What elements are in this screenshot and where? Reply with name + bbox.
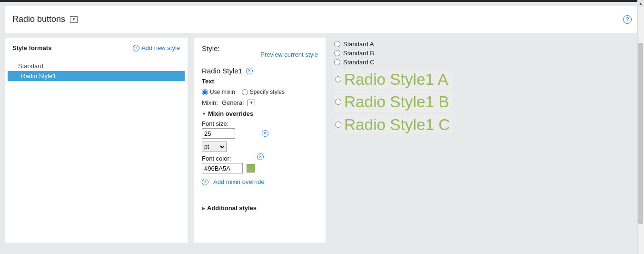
style-formats-title: Style formats [12, 44, 51, 51]
style-editor-panel: Style: Preview current style Radio Style… [194, 38, 326, 243]
additional-styles-toggle[interactable]: ▶ Additional styles [202, 204, 318, 212]
plus-icon: + [202, 179, 208, 185]
style-name: Radio Style1 [202, 67, 242, 75]
text-section-label: Text [202, 78, 318, 85]
scroll-up-icon[interactable]: ▲ [637, 0, 644, 7]
plus-icon: + [133, 45, 139, 51]
style-editor-header: Style: Preview current style [202, 44, 318, 58]
radio-label: Radio Style1 A [344, 71, 448, 87]
style-formats-header: Style formats + Add new style [5, 44, 188, 58]
preview-standard-b[interactable]: Standard B [334, 49, 639, 58]
radio-label: Standard B [343, 50, 374, 57]
delete-style-icon[interactable]: ✕ [246, 68, 253, 74]
radio-label: Standard C [343, 59, 375, 66]
standard-radio-group: Standard A Standard B Standard C [334, 40, 639, 67]
preview-styled-a[interactable]: Radio Style1 A [334, 70, 453, 89]
chevron-down-icon: ▼ [202, 112, 206, 116]
style-formats-panel: Style formats + Add new style Standard R… [5, 38, 188, 243]
preview-standard-a[interactable]: Standard A [334, 40, 639, 49]
additional-styles-label: Additional styles [207, 204, 257, 212]
remove-font-color-icon[interactable]: ✕ [257, 153, 264, 160]
mixin-dropdown-icon[interactable]: ▼ [248, 100, 255, 106]
window-topbar [0, 0, 644, 2]
style-item-standard[interactable]: Standard [5, 61, 188, 71]
add-mixin-override-label: Add mixin override [213, 178, 265, 185]
mixin-overrides-label: Mixin overrides [208, 110, 253, 117]
specify-styles-radio[interactable]: Specify styles [242, 89, 285, 95]
use-mixin-radio-input[interactable] [202, 89, 208, 95]
style-item-radio-style1[interactable]: Radio Style1 [8, 71, 185, 81]
use-mixin-radio[interactable]: Use mixin [202, 89, 235, 95]
text-mode-radios: Use mixin Specify styles [202, 89, 318, 95]
font-unit-select[interactable]: pt [202, 142, 227, 152]
font-color-row [202, 163, 318, 173]
specify-styles-label: Specify styles [250, 89, 285, 95]
radio-label: Standard A [343, 41, 374, 48]
preview-current-style-link[interactable]: Preview current style [260, 51, 318, 58]
scrollbar[interactable]: ▲ [637, 0, 644, 254]
help-icon[interactable]: ? [623, 15, 632, 24]
radio-input[interactable] [335, 76, 341, 82]
font-size-label: Font size: [202, 120, 318, 127]
specify-styles-radio-input[interactable] [242, 89, 248, 95]
font-size-input[interactable] [202, 128, 235, 139]
font-unit-row: pt [202, 142, 318, 152]
radio-input[interactable] [334, 41, 340, 47]
mixin-label: Mixin: [202, 99, 218, 106]
color-swatch[interactable] [247, 164, 255, 173]
preview-standard-c[interactable]: Standard C [334, 58, 639, 67]
radio-input[interactable] [334, 50, 340, 56]
radio-input[interactable] [335, 122, 341, 128]
style-list: Standard Radio Style1 [5, 58, 188, 81]
preview-styled-b[interactable]: Radio Style1 B [334, 92, 453, 112]
chevron-right-icon: ▶ [202, 206, 205, 211]
mixin-overrides-toggle[interactable]: ▼ Mixin overrides [202, 110, 318, 117]
radio-input[interactable] [334, 59, 340, 65]
font-color-input[interactable] [202, 163, 243, 173]
add-mixin-override-link[interactable]: + Add mixin override [202, 178, 318, 185]
mixin-row: Mixin: General ▼ [202, 99, 318, 106]
mixin-value: General [222, 99, 244, 106]
font-size-row: ✕ [202, 128, 318, 139]
styled-radio-group: Radio Style1 A Radio Style1 B Radio Styl… [334, 70, 639, 134]
radio-input[interactable] [335, 99, 341, 105]
radio-label: Radio Style1 B [344, 94, 449, 110]
columns: Style formats + Add new style Standard R… [0, 38, 644, 243]
header-card: Radio buttons ▼ ? [5, 6, 639, 33]
use-mixin-label: Use mixin [210, 89, 235, 95]
preview-styled-c[interactable]: Radio Style1 C [334, 115, 453, 134]
style-name-row: Radio Style1 ✕ [202, 67, 318, 75]
scroll-thumb[interactable] [638, 43, 643, 224]
add-new-style-label: Add new style [141, 44, 180, 51]
add-new-style-link[interactable]: + Add new style [133, 44, 180, 51]
radio-label: Radio Style1 C [344, 117, 450, 132]
header-left: Radio buttons ▼ [12, 14, 78, 24]
title-dropdown-icon[interactable]: ▼ [70, 16, 78, 23]
preview-panel: Standard A Standard B Standard C Radio S… [332, 38, 639, 243]
style-editor-title: Style: [202, 44, 220, 52]
page-title: Radio buttons [12, 14, 65, 24]
remove-font-size-icon[interactable]: ✕ [262, 130, 268, 137]
